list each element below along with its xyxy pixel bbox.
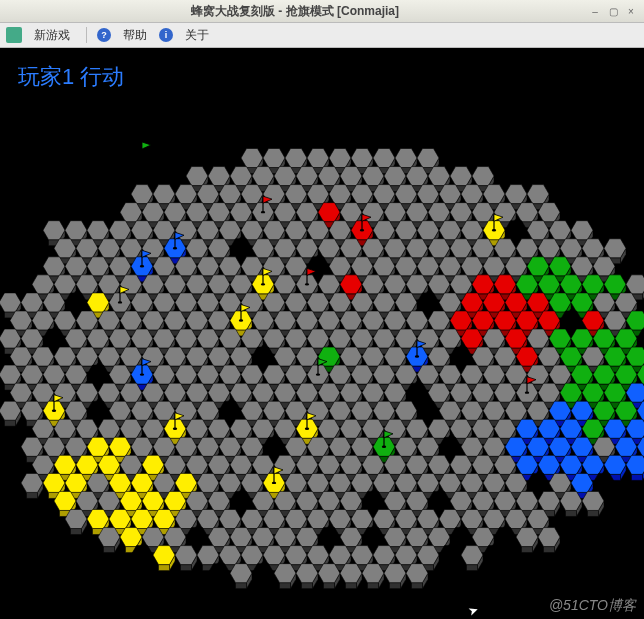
game-area[interactable]: 玩家1 行动 @51CTO博客 ➤	[0, 48, 644, 619]
watermark: @51CTO博客	[549, 597, 636, 615]
close-button[interactable]: ×	[624, 4, 638, 18]
svg-point-1152	[492, 229, 496, 231]
info-icon: i	[159, 28, 173, 42]
svg-point-1155	[305, 428, 309, 430]
svg-point-1110	[305, 283, 309, 285]
svg-marker-1091	[302, 583, 313, 589]
svg-marker-1121	[142, 142, 151, 149]
game-window: 蜂窝大战复刻版 - 抢旗模式 [Conmajia] – ▢ × 新游戏 ? 帮助…	[0, 0, 644, 619]
svg-point-1143	[415, 355, 419, 357]
svg-point-1122	[140, 157, 144, 159]
menu-help[interactable]: 帮助	[117, 25, 153, 46]
svg-point-1137	[239, 319, 243, 321]
svg-point-1158	[272, 482, 276, 484]
svg-point-1134	[118, 301, 122, 303]
svg-marker-887	[632, 474, 643, 480]
hex-board[interactable]	[0, 48, 644, 619]
minimize-button[interactable]: –	[588, 4, 602, 18]
hex-cell[interactable]	[626, 275, 644, 294]
svg-point-1125	[173, 247, 177, 249]
flag-green	[140, 142, 151, 159]
svg-marker-1089	[280, 583, 291, 589]
svg-marker-1055	[522, 547, 533, 553]
svg-marker-889	[27, 492, 38, 498]
svg-marker-1057	[544, 547, 555, 553]
svg-marker-1085	[467, 565, 478, 571]
menubar: 新游戏 ? 帮助 i 关于	[0, 23, 644, 48]
menu-new-game[interactable]: 新游戏	[28, 25, 76, 46]
svg-point-1113	[316, 373, 320, 375]
app-icon	[6, 27, 22, 43]
svg-point-1149	[173, 428, 177, 430]
svg-marker-979	[566, 510, 577, 516]
svg-marker-1101	[412, 583, 423, 589]
svg-marker-981	[588, 510, 599, 516]
svg-marker-667	[5, 420, 16, 426]
help-icon: ?	[97, 28, 111, 42]
svg-marker-1095	[346, 583, 357, 589]
window-title: 蜂窝大战复刻版 - 抢旗模式 [Conmajia]	[6, 3, 584, 20]
svg-marker-1059	[159, 565, 170, 571]
svg-marker-1061	[181, 565, 192, 571]
hex-cell[interactable]	[21, 257, 43, 276]
menu-separator	[86, 27, 87, 43]
svg-point-1128	[140, 265, 144, 267]
svg-marker-1097	[368, 583, 379, 589]
svg-point-1131	[261, 283, 265, 285]
svg-point-1119	[525, 391, 529, 393]
svg-point-1116	[382, 446, 386, 448]
svg-marker-1027	[104, 547, 115, 553]
svg-point-1146	[52, 410, 56, 412]
titlebar: 蜂窝大战复刻版 - 抢旗模式 [Conmajia] – ▢ ×	[0, 0, 644, 23]
svg-point-1107	[360, 229, 364, 231]
svg-point-1104	[261, 211, 265, 213]
svg-point-1140	[140, 373, 144, 375]
maximize-button[interactable]: ▢	[606, 4, 620, 18]
svg-marker-1087	[236, 583, 247, 589]
svg-marker-1099	[390, 583, 401, 589]
menu-about[interactable]: 关于	[179, 25, 215, 46]
svg-marker-983	[71, 529, 82, 535]
svg-marker-1093	[324, 583, 335, 589]
